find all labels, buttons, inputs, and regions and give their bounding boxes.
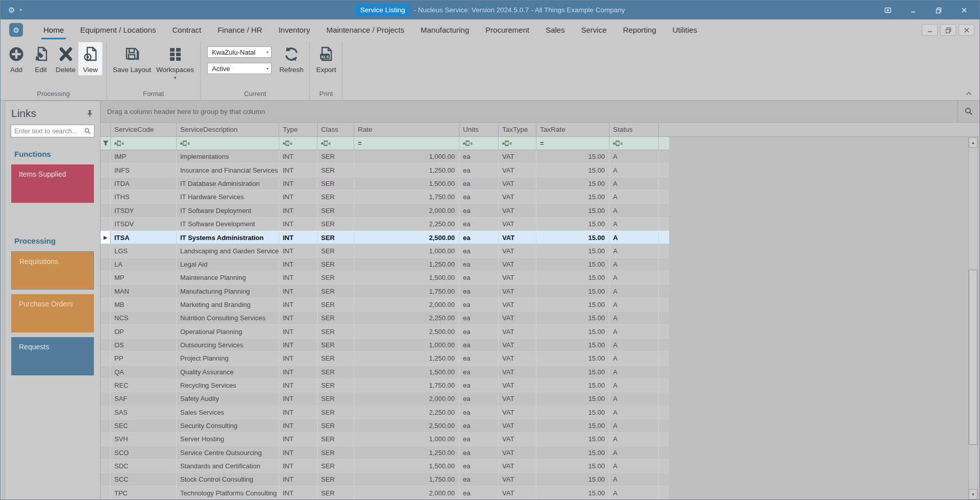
cell-QA-taxtype[interactable]: VAT [499, 366, 536, 378]
grid-row-MB[interactable]: MBMarketing and BrandingINTSER2,000.00ea… [101, 298, 669, 312]
cell-IMP-taxrate[interactable]: 15.00 [536, 150, 609, 163]
grid-row-QA[interactable]: QAQuality AssuranceINTSER1,500.00eaVAT15… [101, 366, 669, 379]
grid-row-ITHS[interactable]: ITHSIT Hardware ServicesINTSER1,750.00ea… [101, 191, 669, 204]
cell-SCO-description[interactable]: Service Centre Outsourcing [177, 446, 279, 459]
cell-OS-status[interactable]: A [609, 339, 659, 351]
cell-LGS-taxtype[interactable]: VAT [499, 244, 536, 257]
restore-button[interactable] [935, 6, 943, 14]
cell-SCO-status[interactable]: A [609, 446, 659, 459]
cell-MB-taxtype[interactable]: VAT [499, 298, 536, 311]
tab-service[interactable]: Service [573, 19, 615, 40]
cell-LA-status[interactable]: A [609, 258, 659, 271]
cell-INFS-rate[interactable]: 1,250.00 [354, 163, 459, 176]
cell-SVH-taxrate[interactable]: 15.00 [536, 433, 609, 445]
application-menu-button[interactable]: ⚙ [9, 23, 23, 37]
cell-LA-taxrate[interactable]: 15.00 [536, 258, 609, 271]
cell-NCS-type[interactable]: INT [279, 312, 317, 324]
cell-IMP-class[interactable]: SER [317, 150, 354, 163]
grid-row-MAN[interactable]: MANManufacturing PlanningINTSER1,750.00e… [101, 284, 669, 298]
filter-cell-description[interactable]: aBc [177, 137, 279, 150]
tab-finance-hr[interactable]: Finance / HR [209, 19, 271, 40]
cell-MAN-description[interactable]: Manufacturing Planning [177, 284, 279, 297]
cell-MAN-code[interactable]: MAN [111, 284, 177, 297]
cell-SAS-taxtype[interactable]: VAT [499, 406, 536, 419]
grid-row-PP[interactable]: PPProject PlanningINTSER1,250.00eaVAT15.… [101, 352, 669, 365]
cell-LGS-class[interactable]: SER [317, 244, 354, 257]
tab-contract[interactable]: Contract [164, 19, 209, 40]
scrollbar-thumb[interactable] [969, 270, 977, 445]
refresh-button[interactable]: Refresh [277, 42, 306, 76]
cell-SDC-taxtype[interactable]: VAT [499, 460, 536, 472]
scroll-up-button[interactable]: ▲ [969, 137, 977, 148]
cell-SCO-code[interactable]: SCO [111, 446, 177, 459]
cell-MP-class[interactable]: SER [317, 271, 354, 284]
cell-SAS-class[interactable]: SER [317, 406, 354, 419]
cell-SEC-rate[interactable]: 2,500.00 [354, 419, 459, 432]
cell-MB-units[interactable]: ea [459, 298, 499, 311]
cell-REC-units[interactable]: ea [459, 379, 499, 392]
cell-REC-code[interactable]: REC [111, 379, 177, 392]
cell-SVH-taxtype[interactable]: VAT [499, 433, 536, 445]
column-header-description[interactable]: ServiceDescription [177, 123, 279, 136]
filter-cell-taxrate[interactable]: = [536, 137, 609, 150]
cell-SAS-status[interactable]: A [609, 406, 659, 419]
save-layout-button[interactable]: Save Layout [110, 42, 154, 76]
cell-SCC-class[interactable]: SER [317, 473, 354, 486]
cell-SAF-taxrate[interactable]: 15.00 [536, 392, 609, 405]
cell-PP-description[interactable]: Project Planning [177, 352, 279, 365]
cell-ITSDV-taxtype[interactable]: VAT [499, 218, 536, 230]
cell-SDC-rate[interactable]: 1,500.00 [354, 460, 459, 472]
cell-SEC-type[interactable]: INT [279, 419, 317, 432]
cell-TPC-code[interactable]: TPC [111, 487, 177, 499]
document-restore-button[interactable] [940, 24, 956, 36]
cell-OS-taxrate[interactable]: 15.00 [536, 339, 609, 351]
cell-SVH-class[interactable]: SER [317, 433, 354, 445]
tab-sales[interactable]: Sales [537, 19, 573, 40]
cell-ITDA-description[interactable]: IT Database Administration [177, 177, 279, 190]
column-header-status[interactable]: Status [609, 123, 659, 136]
cell-ITDA-rate[interactable]: 1,500.00 [354, 177, 459, 190]
cell-SAS-rate[interactable]: 2,250.00 [354, 406, 459, 419]
cell-QA-code[interactable]: QA [111, 366, 177, 378]
cell-SVH-rate[interactable]: 1,000.00 [354, 433, 459, 445]
cell-OP-status[interactable]: A [609, 325, 659, 338]
cell-QA-description[interactable]: Quality Assurance [177, 366, 279, 378]
cell-MAN-units[interactable]: ea [459, 284, 499, 297]
cell-MP-description[interactable]: Maintenance Planning [177, 271, 279, 284]
cell-SDC-units[interactable]: ea [459, 460, 499, 472]
cell-TPC-taxtype[interactable]: VAT [499, 487, 536, 499]
cell-INFS-class[interactable]: SER [317, 163, 354, 176]
cell-SAF-taxtype[interactable]: VAT [499, 392, 536, 405]
links-search-input[interactable] [11, 127, 84, 135]
cell-MAN-status[interactable]: A [609, 284, 659, 297]
grid-row-OS[interactable]: OSOutsourcing ServicesINTSER1,000.00eaVA… [101, 339, 669, 352]
cell-ITSA-units[interactable]: ea [459, 231, 499, 244]
cell-REC-taxrate[interactable]: 15.00 [536, 379, 609, 392]
cell-ITSDY-taxtype[interactable]: VAT [499, 204, 536, 217]
cell-OP-type[interactable]: INT [279, 325, 317, 338]
cell-PP-code[interactable]: PP [111, 352, 177, 365]
cell-ITHS-description[interactable]: IT Hardware Services [177, 191, 279, 203]
tab-reporting[interactable]: Reporting [615, 19, 664, 40]
tab-equipment-locations[interactable]: Equipment / Locations [72, 19, 164, 40]
cell-ITSDY-code[interactable]: ITSDY [111, 204, 177, 217]
cell-SCC-taxtype[interactable]: VAT [499, 473, 536, 486]
cell-INFS-description[interactable]: Insurance and Financial Services [177, 163, 279, 176]
cell-MB-class[interactable]: SER [317, 298, 354, 311]
grid-row-SEC[interactable]: SECSecurity ConsultingINTSER2,500.00eaVA… [101, 419, 669, 433]
filter-cell-taxtype[interactable]: aBc [499, 137, 536, 150]
cell-NCS-units[interactable]: ea [459, 312, 499, 324]
cell-INFS-taxtype[interactable]: VAT [499, 163, 536, 176]
cell-QA-rate[interactable]: 1,500.00 [354, 366, 459, 378]
cell-LGS-code[interactable]: LGS [111, 244, 177, 257]
cell-ITDA-taxtype[interactable]: VAT [499, 177, 536, 190]
cell-OS-units[interactable]: ea [459, 339, 499, 351]
cell-NCS-description[interactable]: Nutrition Consulting Services [177, 312, 279, 324]
cell-SVH-description[interactable]: Server Hosting [177, 433, 279, 445]
cell-SEC-units[interactable]: ea [459, 419, 499, 432]
cell-TPC-rate[interactable]: 2,000.00 [354, 487, 459, 499]
cell-SEC-code[interactable]: SEC [111, 419, 177, 432]
cell-PP-status[interactable]: A [609, 352, 659, 365]
grid-row-REC[interactable]: RECRecycling ServicesINTSER1,750.00eaVAT… [101, 379, 669, 392]
cell-MB-taxrate[interactable]: 15.00 [536, 298, 609, 311]
